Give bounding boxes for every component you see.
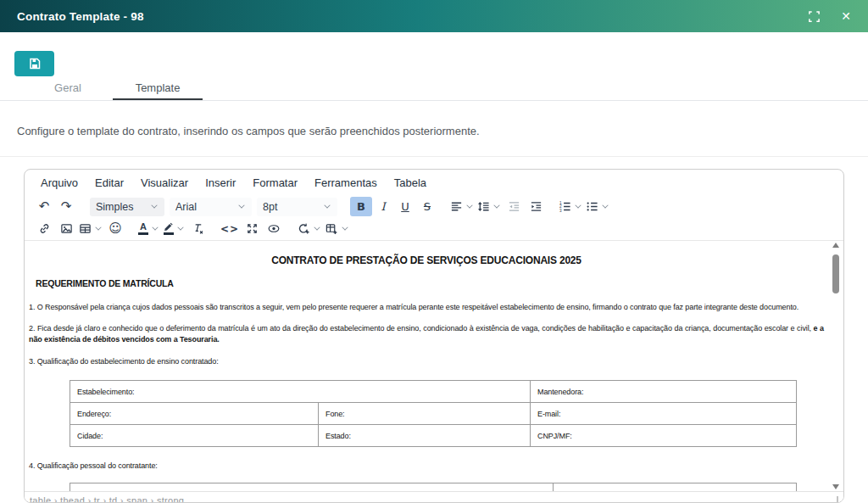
editor-toolbar-2: ☺ A <> <box>25 217 843 241</box>
document-section-heading: REQUERIMENTO DE MATRÍCULA <box>36 278 824 288</box>
tab-template[interactable]: Template <box>113 78 203 100</box>
table-row: Estabelecimento: Mantenedora: <box>70 381 797 403</box>
menu-editar[interactable]: Editar <box>86 173 132 193</box>
table-cell: Cidade: <box>70 425 319 447</box>
bullet-list-button[interactable] <box>584 197 611 216</box>
source-code-icon: <> <box>220 224 239 234</box>
outdent-icon <box>508 200 520 213</box>
document-paragraph-1: 1. O Responsável pela criança cujos dado… <box>29 302 824 313</box>
table-cell: E-mail: <box>554 483 797 492</box>
redo-icon: ↷ <box>61 200 72 213</box>
link-button[interactable] <box>33 219 55 238</box>
align-button[interactable] <box>448 197 476 216</box>
strikethrough-icon: S <box>424 201 431 212</box>
modal-title: Contrato Template - 98 <box>17 10 144 23</box>
emoji-icon: ☺ <box>108 222 122 235</box>
highlight-color-button[interactable] <box>161 219 186 238</box>
bullet-list-icon <box>586 200 598 213</box>
insert-table-field-icon <box>325 222 338 235</box>
underline-button[interactable]: U <box>394 197 416 216</box>
menu-tabela[interactable]: Tabela <box>386 173 435 193</box>
chevron-down-icon <box>152 224 158 230</box>
insert-table-field-button[interactable] <box>323 219 351 238</box>
tab-bar: Geral Template <box>0 78 868 101</box>
document-title: CONTRATO DE PRESTAÇÃO DE SERVIÇOS EDUCAC… <box>29 254 824 266</box>
fullscreen-icon <box>808 10 821 23</box>
editor-content[interactable]: CONTRATO DE PRESTAÇÃO DE SERVIÇOS EDUCAC… <box>25 241 843 491</box>
scroll-up-icon[interactable] <box>832 243 839 248</box>
chevron-down-icon <box>95 224 101 230</box>
table-cell: E-mail: <box>531 403 797 425</box>
menu-arquivo[interactable]: Arquivo <box>32 173 86 193</box>
align-left-icon <box>450 200 463 213</box>
table-cell: Mantenedora: <box>531 381 797 403</box>
vertical-scrollbar[interactable] <box>831 243 841 489</box>
italic-button[interactable]: I <box>372 197 394 216</box>
table-button[interactable] <box>77 219 104 238</box>
tab-geral[interactable]: Geral <box>23 78 113 100</box>
redo-button[interactable]: ↷ <box>55 197 77 216</box>
table-cell: Estado: <box>319 425 531 447</box>
image-button[interactable] <box>55 219 77 238</box>
resize-handle-icon[interactable] <box>831 496 838 503</box>
source-code-button[interactable]: <> <box>219 219 241 238</box>
table-cell: Fone: <box>319 403 531 425</box>
svg-text:3: 3 <box>559 209 562 213</box>
ordered-list-button[interactable]: 123 <box>557 197 584 216</box>
editor-statusbar: table › thead › tr › td › span › strong <box>25 491 843 503</box>
establishment-table: Estabelecimento: Mantenedora: Endereço: … <box>70 380 797 447</box>
menu-inserir[interactable]: Inserir <box>197 173 244 193</box>
menu-ferramentas[interactable]: Ferramentas <box>306 173 386 193</box>
fullscreen-button[interactable] <box>808 10 821 23</box>
strikethrough-button[interactable]: S <box>416 197 438 216</box>
chevron-down-icon <box>238 202 244 208</box>
table-cell: Nome Completo: {{Contratante.NomeFantasi… <box>70 483 554 492</box>
fullscreen-arrows-icon <box>246 222 259 235</box>
ordered-list-icon: 123 <box>559 200 571 213</box>
outdent-button[interactable] <box>503 197 525 216</box>
document-paragraph-4: 4. Qualificação pessoal do contratante: <box>29 461 824 472</box>
text-color-icon: A <box>138 222 148 235</box>
table-row: Cidade: Estado: CNPJ/MF: <box>70 425 797 447</box>
bold-button[interactable]: B <box>350 197 372 216</box>
table-icon <box>79 222 92 235</box>
chevron-down-icon <box>314 224 320 230</box>
page-description: Configure o template do contrato, inseri… <box>17 125 480 137</box>
rich-text-editor: Arquivo Editar Visualizar Inserir Format… <box>24 169 844 503</box>
scrollbar-thumb[interactable] <box>832 254 839 293</box>
font-family-select[interactable]: Arial <box>170 198 252 216</box>
emoji-button[interactable]: ☺ <box>104 219 126 238</box>
save-button[interactable] <box>14 51 54 76</box>
scroll-down-icon[interactable] <box>832 484 839 489</box>
chevron-down-icon <box>602 202 608 208</box>
menu-visualizar[interactable]: Visualizar <box>132 173 197 193</box>
chevron-down-icon <box>575 202 581 208</box>
table-row: Nome Completo: {{Contratante.NomeFantasi… <box>70 483 797 492</box>
underline-icon: U <box>401 201 409 212</box>
indent-button[interactable] <box>525 197 547 216</box>
editor-toolbar-1: ↶ ↷ Simples Arial 8pt B I U S <box>25 196 843 217</box>
modal-header: Contrato Template - 98 ✕ <box>0 0 868 32</box>
table-cell: Estabelecimento: <box>70 381 531 403</box>
text-color-button[interactable]: A <box>136 219 161 238</box>
chevron-down-icon <box>177 224 183 230</box>
undo-button[interactable]: ↶ <box>33 197 55 216</box>
block-style-select[interactable]: Simples <box>90 198 164 216</box>
highlight-color-icon <box>163 222 174 235</box>
menu-formatar[interactable]: Formatar <box>244 173 306 193</box>
close-button[interactable]: ✕ <box>841 9 851 23</box>
chevron-down-icon <box>466 202 472 208</box>
undo-icon: ↶ <box>39 200 50 213</box>
insert-field-button[interactable] <box>295 219 323 238</box>
chevron-down-icon <box>324 202 330 208</box>
clear-formatting-button[interactable] <box>186 219 209 238</box>
indent-icon <box>530 200 542 213</box>
fullscreen-toggle-button[interactable] <box>241 219 263 238</box>
contractor-table: Nome Completo: {{Contratante.NomeFantasi… <box>70 483 797 491</box>
clear-formatting-icon <box>192 222 204 235</box>
font-size-select[interactable]: 8pt <box>257 198 337 216</box>
line-height-button[interactable] <box>476 197 503 216</box>
preview-button[interactable] <box>263 219 285 238</box>
editor-menubar: Arquivo Editar Visualizar Inserir Format… <box>25 170 843 196</box>
table-row: Endereço: Fone: E-mail: <box>70 403 797 425</box>
